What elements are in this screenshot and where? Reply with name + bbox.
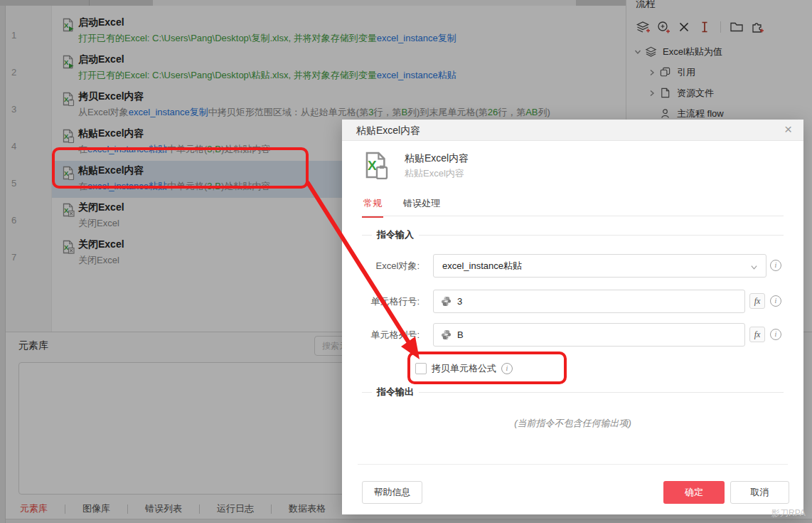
chevron-down-icon [750,263,758,270]
field-label: 单元格列号: [362,323,420,347]
footer-divider [358,464,788,465]
output-section-legend: 指令输出 [362,386,784,398]
dialog-tabs: 常规错误处理 [362,195,442,218]
field-value: excel_instance粘贴 [442,260,522,273]
copy-formula-checkbox[interactable] [415,363,427,374]
help-button[interactable]: 帮助信息 [362,481,422,504]
python-icon [441,296,452,307]
dialog-tab-1[interactable]: 常规 [362,195,383,218]
copy-formula-label: 拷贝单元格公式 [432,362,496,375]
ok-button[interactable]: 确定 [663,481,725,504]
excel-object-select[interactable]: excel_instance粘贴 [433,254,766,278]
info-icon[interactable]: i [770,295,781,307]
field-label: 单元格行号: [362,290,420,313]
excel-paste-icon: X [360,151,389,179]
close-icon[interactable]: × [781,120,795,139]
field-label: Excel对象: [362,254,420,278]
output-empty-text: (当前指令不包含任何输出项) [342,417,803,430]
watermark: 影刀RPA [771,507,806,519]
cancel-button[interactable]: 取消 [730,481,789,504]
dialog-title: 粘贴Excel内容 [356,120,420,141]
info-icon[interactable]: i [770,260,781,271]
info-icon[interactable]: i [501,363,513,374]
dialog-tab-2[interactable]: 错误处理 [402,195,442,218]
dialog-titlebar: 粘贴Excel内容 × [342,120,803,141]
cell-value-input[interactable]: 3 [433,290,745,313]
copy-formula-row: 拷贝单元格公式 i [415,362,513,375]
field-value: 3 [457,296,462,307]
dialog-command-title: 粘贴Excel内容 [405,152,469,165]
info-icon[interactable]: i [770,329,781,340]
python-icon [441,329,452,340]
field-value: B [457,329,464,340]
input-section-legend: 指令输入 [362,228,784,241]
fx-expression-button[interactable]: fx [749,293,765,309]
paste-excel-dialog: 粘贴Excel内容 × X 粘贴Excel内容 粘贴Excel内容 常规错误处理… [342,120,803,514]
tabline [362,216,784,216]
dialog-command-subtitle: 粘贴Excel内容 [405,167,464,180]
cell-value-input[interactable]: B [433,323,745,347]
fx-expression-button[interactable]: fx [749,327,765,342]
svg-text:X: X [368,158,377,173]
